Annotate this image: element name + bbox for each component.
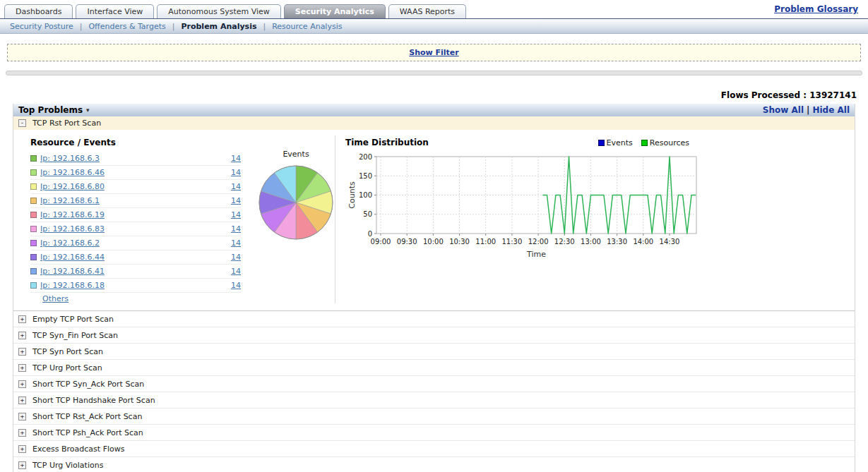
x-tick-label: 10:30: [449, 238, 470, 246]
resource-count-link[interactable]: 14: [231, 168, 241, 177]
tab-interface-view[interactable]: Interface View: [76, 4, 154, 18]
problem-row-collapsed[interactable]: +Short TCP Rst_Ack Port Scan: [13, 409, 855, 425]
expand-icon[interactable]: +: [18, 315, 26, 323]
time-distribution-title: Time Distribution: [345, 138, 429, 147]
resource-count-link[interactable]: 14: [231, 196, 241, 205]
color-swatch-icon: [30, 226, 37, 232]
problem-row-expanded[interactable]: - TCP Rst Port Scan: [13, 116, 855, 130]
legend-label: Events: [607, 138, 633, 147]
resource-count-link[interactable]: 14: [231, 224, 241, 234]
others-link[interactable]: Others: [42, 294, 69, 303]
tab-strip: DashboardsInterface ViewAutonomous Syste…: [4, 4, 466, 18]
subnav-separator: |: [80, 22, 83, 31]
vertical-separator: [335, 135, 335, 303]
color-swatch-icon: [30, 198, 37, 204]
color-swatch-icon: [30, 268, 37, 274]
resource-count-link[interactable]: 14: [231, 267, 241, 276]
problem-name: TCP Urg Violations: [32, 461, 103, 470]
problem-row-collapsed[interactable]: +Empty TCP Port Scan: [13, 311, 855, 327]
problem-glossary-link[interactable]: Problem Glossary: [774, 4, 858, 14]
resource-count-link[interactable]: 14: [231, 253, 241, 262]
show-hide-links: Show All|Hide All: [763, 105, 850, 115]
resource-link-ip-192-168-6-3[interactable]: Ip: 192.168.6.3: [40, 154, 100, 163]
subnav-offenders-targets[interactable]: Offenders & Targets: [88, 22, 165, 31]
expand-icon[interactable]: +: [18, 332, 26, 339]
pie-chart-title: Events: [246, 150, 345, 159]
problem-name: Short TCP Handshake Port Scan: [32, 396, 155, 405]
tab-autonomous-system-view[interactable]: Autonomous System View: [157, 4, 281, 18]
resource-row: Ip: 192.168.6.314: [30, 152, 241, 166]
problem-row-collapsed[interactable]: +TCP Syn_Fin Port Scan: [13, 327, 855, 344]
resource-link-ip-192-168-6-1[interactable]: Ip: 192.168.6.1: [40, 196, 100, 205]
problem-name: TCP Syn_Fin Port Scan: [32, 331, 118, 340]
collapsed-problem-list: +Empty TCP Port Scan+TCP Syn_Fin Port Sc…: [13, 311, 855, 472]
resource-link-ip-192-168-6-44[interactable]: Ip: 192.168.6.44: [40, 253, 105, 262]
problem-row-collapsed[interactable]: +Short TCP Syn_Ack Port Scan: [13, 376, 855, 392]
resource-link-ip-192-168-6-80[interactable]: Ip: 192.168.6.80: [40, 182, 105, 191]
problem-row-collapsed[interactable]: +TCP Syn Port Scan: [13, 344, 855, 360]
show-all-link[interactable]: Show All: [763, 105, 804, 115]
color-swatch-icon: [30, 240, 37, 246]
tab-security-analytics[interactable]: Security Analytics: [284, 4, 386, 18]
legend-swatch-icon: [598, 140, 605, 146]
resource-row: Ip: 192.168.6.4414: [30, 250, 241, 265]
x-tick-label: 09:00: [371, 238, 391, 246]
flows-processed: Flows Processed : 13927141: [721, 90, 857, 100]
x-tick-label: 14:30: [660, 238, 680, 246]
resource-list: Ip: 192.168.6.314Ip: 192.168.6.4614Ip: 1…: [30, 152, 241, 293]
x-tick-label: 12:30: [554, 238, 575, 246]
resource-count-link[interactable]: 14: [231, 154, 241, 163]
expand-icon[interactable]: +: [18, 429, 26, 437]
resource-count-link[interactable]: 14: [231, 210, 241, 219]
links-separator: |: [807, 105, 809, 115]
y-tick-label: 150: [359, 172, 372, 180]
resource-count-link[interactable]: 14: [231, 238, 241, 248]
resource-link-ip-192-168-6-19[interactable]: Ip: 192.168.6.19: [40, 210, 105, 219]
expand-icon[interactable]: +: [18, 348, 26, 356]
x-tick-label: 10:00: [423, 238, 444, 246]
time-distribution-chart: 05010015020009:0009:3010:0010:3011:0011:…: [345, 151, 713, 264]
problem-row-collapsed[interactable]: +TCP Urg Violations: [13, 457, 855, 472]
color-swatch-icon: [30, 169, 37, 176]
resource-link-ip-192-168-6-18[interactable]: Ip: 192.168.6.18: [40, 281, 105, 290]
resource-link-ip-192-168-6-2[interactable]: Ip: 192.168.6.2: [40, 238, 100, 248]
x-tick-label: 13:30: [607, 238, 627, 246]
resource-link-ip-192-168-6-46[interactable]: Ip: 192.168.6.46: [40, 168, 105, 177]
collapse-caret-icon[interactable]: ▾: [86, 107, 90, 114]
collapse-icon[interactable]: -: [18, 119, 26, 127]
resource-link-ip-192-168-6-83[interactable]: Ip: 192.168.6.83: [40, 224, 105, 234]
expand-icon[interactable]: +: [18, 461, 26, 469]
resource-count-link[interactable]: 14: [231, 182, 241, 191]
section-divider: [6, 71, 862, 75]
problem-row-collapsed[interactable]: +Short TCP Psh_Ack Port Scan: [13, 425, 855, 441]
chart-legend: EventsResources: [598, 138, 689, 147]
secondary-nav: Security Posture|Offenders & Targets|Pro…: [0, 20, 868, 34]
resource-count-link[interactable]: 14: [231, 281, 241, 290]
color-swatch-icon: [30, 183, 37, 190]
tab-dashboards[interactable]: Dashboards: [4, 4, 73, 18]
legend-label: Resources: [650, 138, 689, 147]
resource-row: Ip: 192.168.6.1814: [30, 279, 241, 293]
subnav-problem-analysis[interactable]: Problem Analysis: [181, 22, 256, 31]
problem-row-collapsed[interactable]: +TCP Urg Port Scan: [13, 360, 855, 376]
problem-row-collapsed[interactable]: +Short TCP Handshake Port Scan: [13, 392, 855, 409]
events-pie-chart: [246, 162, 345, 243]
expand-icon[interactable]: +: [18, 397, 26, 404]
hide-all-link[interactable]: Hide All: [812, 105, 850, 115]
expand-icon[interactable]: +: [18, 364, 26, 372]
expand-icon[interactable]: +: [18, 445, 26, 453]
resource-link-ip-192-168-6-41[interactable]: Ip: 192.168.6.41: [40, 267, 105, 276]
show-filter-link[interactable]: Show Filter: [409, 48, 459, 57]
expand-icon[interactable]: +: [18, 380, 26, 388]
top-problems-panel: Top Problems ▾ Show All|Hide All - TCP R…: [13, 104, 855, 472]
tab-waas-reports[interactable]: WAAS Reports: [388, 4, 466, 18]
subnav-resource-analysis[interactable]: Resource Analysis: [272, 22, 342, 31]
subnav-security-posture[interactable]: Security Posture: [10, 22, 73, 31]
y-tick-label: 100: [359, 191, 372, 199]
expand-icon[interactable]: +: [18, 413, 26, 420]
problem-row-collapsed[interactable]: +Excess Broadcast Flows: [13, 441, 855, 457]
color-swatch-icon: [30, 155, 37, 162]
flows-processed-value: 13927141: [809, 90, 857, 100]
problem-name: TCP Urg Port Scan: [32, 363, 102, 373]
x-tick-label: 14:00: [633, 238, 653, 246]
